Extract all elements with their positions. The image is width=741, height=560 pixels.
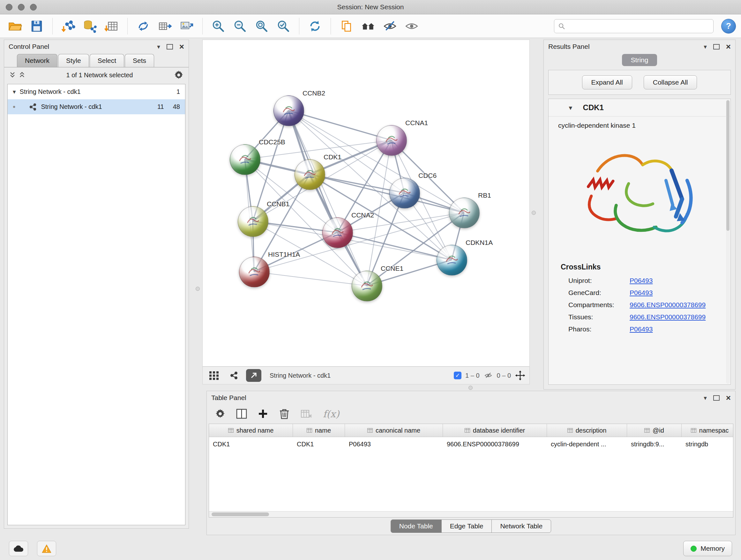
close-panel-icon[interactable]: × xyxy=(179,43,184,51)
export-image-button[interactable] xyxy=(177,17,197,36)
column-header--id[interactable]: @id xyxy=(627,424,682,437)
results-tab-string[interactable]: String xyxy=(622,54,657,66)
scrollbar-thumb[interactable] xyxy=(212,512,269,516)
splitter-handle[interactable] xyxy=(532,211,536,215)
tab-style[interactable]: Style xyxy=(58,54,89,67)
zoom-window-button[interactable] xyxy=(30,4,37,10)
table-cell[interactable]: P06493 xyxy=(345,437,443,451)
panel-menu-icon[interactable]: ▾ xyxy=(704,44,707,50)
crosslink-value-link[interactable]: 9606.ENSP00000378699 xyxy=(630,313,705,321)
table-cell[interactable]: stringdb xyxy=(682,437,733,451)
network-overview-button[interactable] xyxy=(226,369,242,382)
collapse-all-icon[interactable] xyxy=(9,71,16,78)
table-cell[interactable]: 9606.ENSP00000378699 xyxy=(443,437,547,451)
float-panel-icon[interactable] xyxy=(713,44,720,50)
network-node-cdc6[interactable] xyxy=(389,178,420,208)
network-node-rb1[interactable] xyxy=(449,198,480,228)
hide-selected-button[interactable] xyxy=(380,17,400,36)
table-row[interactable]: CDK1CDK1P064939606.ENSP00000378699cyclin… xyxy=(209,437,733,451)
splitter-handle[interactable] xyxy=(468,386,473,390)
clone-network-button[interactable] xyxy=(133,17,153,36)
help-button[interactable]: ? xyxy=(721,19,736,34)
column-header-name[interactable]: name xyxy=(293,424,345,437)
column-header-canonical-name[interactable]: canonical name xyxy=(345,424,443,437)
crosslink-value-link[interactable]: 9606.ENSP00000378699 xyxy=(630,301,705,309)
table-tab-node-table[interactable]: Node Table xyxy=(391,519,442,533)
table-tab-edge-table[interactable]: Edge Table xyxy=(441,519,492,533)
selected-checkbox-icon[interactable]: ✓ xyxy=(454,372,461,379)
cloud-status-button[interactable] xyxy=(9,541,28,556)
tab-network[interactable]: Network xyxy=(17,54,57,67)
birdseye-grid-button[interactable] xyxy=(206,369,222,382)
network-node-ccna2[interactable] xyxy=(322,217,353,248)
search-field[interactable] xyxy=(554,19,714,33)
crosslink-value-link[interactable]: P06493 xyxy=(630,325,653,333)
network-row[interactable]: • String Network - cdk1 11 48 xyxy=(8,99,185,114)
network-canvas[interactable]: CCNB2CCNA1CDC25BCDK1CDC6RB1CCNB1CCNA2CDK… xyxy=(202,40,530,367)
tab-select[interactable]: Select xyxy=(90,54,124,67)
zoom-out-button[interactable] xyxy=(230,17,250,36)
warnings-button[interactable] xyxy=(37,541,56,556)
add-column-plus-icon[interactable] xyxy=(258,409,268,419)
save-session-button[interactable] xyxy=(27,17,47,36)
table-cell[interactable]: stringdb:9... xyxy=(627,437,682,451)
scrollbar-thumb[interactable] xyxy=(726,100,730,231)
disclosure-triangle-icon[interactable]: ▾ xyxy=(13,89,16,95)
search-input[interactable] xyxy=(568,22,710,30)
panel-menu-icon[interactable]: ▾ xyxy=(704,395,707,401)
expand-all-button[interactable]: Expand All xyxy=(582,75,632,89)
panel-menu-icon[interactable]: ▾ xyxy=(157,44,160,50)
close-panel-icon[interactable]: × xyxy=(726,43,731,51)
gear-icon[interactable] xyxy=(174,70,184,80)
table-cell[interactable]: CDK1 xyxy=(293,437,345,451)
disclosure-triangle-icon[interactable]: ▾ xyxy=(569,105,572,111)
network-node-cdkn1a[interactable] xyxy=(436,245,467,275)
results-scrollbar[interactable] xyxy=(726,100,730,384)
pan-crosshair-icon[interactable] xyxy=(515,370,526,381)
import-network-file-button[interactable] xyxy=(58,17,78,36)
network-node-ccne1[interactable] xyxy=(352,271,382,301)
table-tab-network-table[interactable]: Network Table xyxy=(491,519,551,533)
apply-layout-button[interactable] xyxy=(305,17,325,36)
annotation-button[interactable] xyxy=(337,17,356,36)
network-collection-row[interactable]: ▾ String Network - cdk1 1 xyxy=(8,84,185,99)
column-header-shared-name[interactable]: shared name xyxy=(209,424,293,437)
network-node-cdc25b[interactable] xyxy=(230,144,260,175)
memory-button[interactable]: Memory xyxy=(683,541,732,556)
delete-column-trash-icon[interactable] xyxy=(279,408,290,420)
splitter-handle[interactable] xyxy=(196,287,200,291)
open-session-button[interactable] xyxy=(5,17,25,36)
show-columns-icon[interactable] xyxy=(236,409,247,419)
float-panel-icon[interactable] xyxy=(166,44,173,50)
import-network-database-button[interactable] xyxy=(80,17,100,36)
import-table-file-button[interactable] xyxy=(102,17,122,36)
table-settings-gear-icon[interactable] xyxy=(215,409,225,419)
zoom-in-button[interactable] xyxy=(208,17,228,36)
collapse-all-button[interactable]: Collapse All xyxy=(644,75,697,89)
expand-all-icon[interactable] xyxy=(19,71,25,78)
tab-sets[interactable]: Sets xyxy=(125,54,154,67)
export-view-button[interactable] xyxy=(246,369,261,382)
table-horizontal-scrollbar[interactable] xyxy=(209,511,733,517)
float-panel-icon[interactable] xyxy=(713,395,720,401)
network-node-ccnb1[interactable] xyxy=(238,206,268,237)
minimize-window-button[interactable] xyxy=(18,4,24,10)
export-table-button[interactable] xyxy=(155,17,175,36)
column-header-namespac[interactable]: namespac xyxy=(682,424,733,437)
network-node-cdk1[interactable] xyxy=(294,159,325,190)
network-node-hist1h1a[interactable] xyxy=(239,257,270,287)
table-cell[interactable]: cyclin-dependent ... xyxy=(547,437,627,451)
zoom-selected-button[interactable] xyxy=(273,17,293,36)
network-node-ccna1[interactable] xyxy=(376,125,407,156)
gene-card-header[interactable]: ▾ CDK1 xyxy=(549,99,731,117)
zoom-fit-button[interactable] xyxy=(252,17,272,36)
show-hidden-button[interactable] xyxy=(402,17,421,36)
network-node-ccnb2[interactable] xyxy=(273,96,304,126)
table-cell[interactable]: CDK1 xyxy=(209,437,293,451)
close-panel-icon[interactable]: × xyxy=(726,394,731,402)
close-window-button[interactable] xyxy=(6,4,12,10)
crosslink-value-link[interactable]: P06493 xyxy=(630,289,653,297)
crosslink-value-link[interactable]: P06493 xyxy=(630,277,653,285)
home-view-button[interactable] xyxy=(358,17,378,36)
column-header-description[interactable]: description xyxy=(547,424,627,437)
